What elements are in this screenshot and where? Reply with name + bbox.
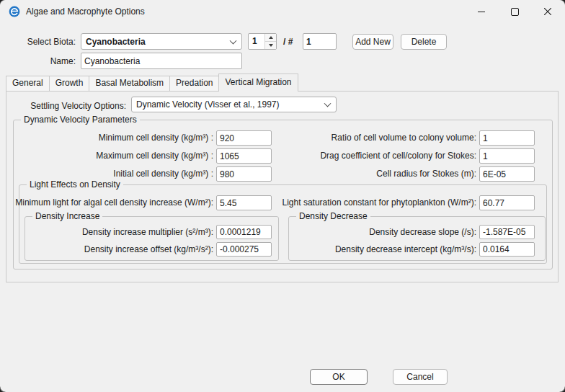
settling-velocity-label: Settling Velocity Options:: [30, 101, 126, 112]
max-cell-density-label: Maximum cell density (kg/m³) :: [96, 151, 213, 161]
minimize-icon: [478, 12, 485, 12]
cancel-button[interactable]: Cancel: [393, 369, 448, 385]
density-increase-multiplier-label: Density increase multiplier (s²/m³):: [82, 227, 213, 238]
tab-vertical-migration[interactable]: Vertical Migration: [218, 74, 298, 92]
density-increase-offset-label: Density increase offset (kg/m³/s²):: [84, 244, 213, 255]
tab-predation[interactable]: Predation: [169, 76, 219, 91]
minimize-button[interactable]: [465, 0, 498, 23]
dynamic-velocity-group-title: Dynamic Velocity Parameters: [21, 115, 140, 125]
biota-index-spinner[interactable]: 1: [248, 33, 277, 50]
maximize-icon: [511, 8, 519, 16]
drag-coefficient-field[interactable]: [479, 148, 535, 164]
cell-radius-label: Cell radius for Stokes (m):: [376, 169, 476, 179]
settling-velocity-value: Dynamic Velocity (Visser et al., 1997): [136, 99, 280, 110]
density-decrease-slope-label: Density decrease slope (/s):: [369, 227, 476, 238]
spinner-buttons: [264, 34, 276, 49]
tab-general[interactable]: General: [6, 76, 50, 91]
arrow-down-icon: [269, 44, 273, 47]
min-light-label: Minimum light for algal cell density inc…: [15, 197, 213, 208]
density-decrease-slope-field[interactable]: [479, 225, 535, 239]
algae-macrophyte-options-dialog: Algae and Macrophyte Options Select Biot…: [0, 0, 565, 392]
initial-cell-density-field[interactable]: [216, 166, 272, 182]
titlebar: Algae and Macrophyte Options: [0, 0, 565, 23]
add-new-button[interactable]: Add New: [352, 34, 393, 50]
min-cell-density-field[interactable]: [216, 130, 272, 146]
light-saturation-label: Light saturation constant for phytoplank…: [282, 197, 476, 208]
max-cell-density-field[interactable]: [216, 148, 272, 164]
biota-count-field[interactable]: [303, 33, 337, 50]
density-decrease-intercept-field[interactable]: [479, 242, 535, 257]
spinner-up-button[interactable]: [265, 34, 276, 41]
window-title: Algae and Macrophyte Options: [26, 6, 145, 17]
volume-ratio-field[interactable]: [479, 130, 535, 146]
light-saturation-field[interactable]: [479, 195, 535, 210]
density-decrease-intercept-label: Density decrease intercept (kg/m³/s):: [335, 244, 476, 255]
density-increase-offset-field[interactable]: [216, 242, 272, 257]
of-count-label: / #: [283, 37, 293, 48]
app-icon: [9, 6, 20, 17]
select-biota-label: Select Biota:: [27, 37, 76, 48]
close-icon: [544, 8, 551, 15]
maximize-button[interactable]: [498, 0, 531, 23]
biota-select[interactable]: Cyanobacteria: [81, 33, 242, 50]
chevron-down-icon: [324, 100, 332, 107]
biota-index-value: 1: [249, 34, 264, 49]
biota-select-value: Cyanobacteria: [86, 37, 146, 47]
arrow-up-icon: [269, 36, 273, 39]
tab-growth[interactable]: Growth: [49, 76, 90, 91]
density-increase-group-title: Density Increase: [32, 211, 102, 222]
drag-coefficient-label: Drag coefficient of cell/colony for Stok…: [320, 151, 476, 161]
tab-strip: General Growth Basal Metabolism Predatio…: [6, 75, 298, 91]
density-decrease-group-title: Density Decrease: [296, 211, 370, 222]
ok-button[interactable]: OK: [310, 369, 368, 385]
initial-cell-density-label: Initial cell density (kg/m³) :: [113, 169, 213, 179]
chevron-down-icon: [230, 37, 237, 44]
name-field[interactable]: [81, 53, 242, 69]
light-effects-group-title: Light Effects on Density: [27, 179, 123, 190]
name-label: Name:: [50, 56, 76, 67]
cell-radius-field[interactable]: [479, 166, 535, 182]
min-cell-density-label: Minimum cell density (kg/m³) :: [99, 133, 213, 143]
min-light-field[interactable]: [216, 195, 272, 210]
close-button[interactable]: [531, 0, 564, 23]
delete-button[interactable]: Delete: [401, 34, 447, 50]
volume-ratio-label: Ratio of cell volume to colony volume:: [332, 133, 476, 143]
density-increase-multiplier-field[interactable]: [216, 225, 272, 239]
tab-basal-metabolism[interactable]: Basal Metabolism: [89, 76, 170, 91]
settling-velocity-select[interactable]: Dynamic Velocity (Visser et al., 1997): [131, 97, 337, 112]
spinner-down-button[interactable]: [265, 41, 276, 49]
